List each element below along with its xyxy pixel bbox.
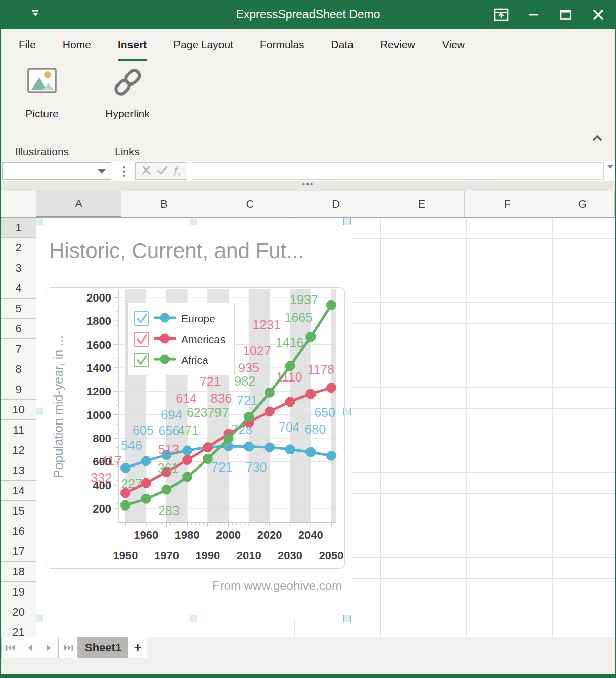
data-point [265, 407, 274, 416]
data-label: 227 [121, 477, 142, 491]
row-header-10[interactable]: 10 [1, 400, 36, 420]
x-tick-label: 2050 [319, 549, 344, 562]
row-header-14[interactable]: 14 [1, 481, 36, 501]
formula-bar-grip-icon[interactable] [121, 165, 126, 178]
collapse-ribbon-button[interactable] [592, 135, 603, 144]
insert-function-icon[interactable]: fx [174, 163, 180, 178]
data-label: 721 [237, 393, 258, 407]
ribbon-display-options-icon[interactable] [494, 7, 509, 22]
selection-handle[interactable] [343, 408, 351, 415]
row-header-11[interactable]: 11 [1, 420, 36, 440]
column-header-b[interactable]: B [121, 191, 207, 217]
window-bottom-border [1, 674, 615, 678]
close-button[interactable] [591, 7, 606, 22]
row-header-1[interactable]: 1 [1, 218, 36, 238]
tab-view[interactable]: View [442, 29, 465, 61]
x-tick-label: 1980 [175, 529, 200, 541]
data-label: 680 [304, 422, 326, 436]
hyperlink-button[interactable]: Hyperlink [97, 67, 158, 120]
selection-handle[interactable] [343, 218, 351, 225]
legend-marker-icon [154, 353, 176, 368]
legend-checkbox-americas[interactable] [134, 332, 149, 347]
data-label: 1416 [276, 335, 304, 350]
row-header-4[interactable]: 4 [1, 278, 36, 299]
data-point [142, 479, 151, 488]
selection-handle[interactable] [36, 615, 43, 622]
column-header-g[interactable]: G [550, 191, 615, 217]
name-box-dropdown-icon[interactable] [98, 169, 106, 174]
column-header-a[interactable]: A [36, 191, 121, 217]
row-header-2[interactable]: 2 [1, 238, 36, 258]
tab-home[interactable]: Home [63, 29, 91, 61]
column-header-e[interactable]: E [379, 191, 465, 217]
cancel-icon[interactable] [142, 165, 151, 177]
name-box[interactable] [2, 162, 111, 180]
formula-bar-expand-icon[interactable] [607, 165, 613, 169]
selection-handle[interactable] [190, 615, 197, 622]
selection-handle[interactable] [36, 408, 43, 415]
data-point [306, 448, 315, 457]
x-tick-label: 2000 [216, 529, 241, 541]
row-header-12[interactable]: 12 [1, 440, 36, 460]
tab-formulas[interactable]: Formulas [260, 29, 304, 61]
selection-handle[interactable] [343, 615, 351, 622]
select-all-corner[interactable] [1, 191, 36, 217]
legend-item-africa[interactable]: Africa [128, 350, 234, 370]
data-point [327, 383, 336, 393]
row-header-20[interactable]: 20 [1, 602, 36, 622]
formula-input[interactable] [192, 162, 604, 180]
tab-data[interactable]: Data [331, 29, 354, 61]
legend-checkbox-europe[interactable] [134, 311, 149, 326]
data-point [142, 494, 151, 504]
tab-page-layout[interactable]: Page Layout [173, 29, 233, 61]
data-label: 721 [200, 374, 221, 389]
x-tick-label: 2010 [237, 549, 261, 562]
first-sheet-button[interactable] [1, 637, 20, 658]
row-header-8[interactable]: 8 [1, 359, 36, 379]
selection-handle[interactable] [36, 218, 43, 225]
maximize-button[interactable] [558, 7, 574, 22]
data-label: 694 [161, 408, 182, 422]
group-label-links: Links [83, 146, 171, 158]
last-sheet-button[interactable] [59, 637, 78, 658]
row-header-13[interactable]: 13 [1, 460, 36, 481]
enter-icon[interactable] [157, 165, 168, 177]
group-label-illustrations: Illustrations [1, 146, 83, 158]
tab-review[interactable]: Review [380, 29, 415, 61]
next-sheet-button[interactable] [39, 637, 59, 658]
column-header-f[interactable]: F [465, 191, 550, 217]
row-header-7[interactable]: 7 [1, 339, 36, 359]
row-header-9[interactable]: 9 [1, 379, 36, 400]
tab-insert[interactable]: Insert [118, 29, 147, 61]
row-header-18[interactable]: 18 [1, 562, 36, 582]
x-tick-label: 2040 [298, 529, 323, 541]
add-sheet-button[interactable]: + [128, 637, 147, 658]
column-header-c[interactable]: C [207, 191, 293, 217]
picture-button[interactable]: Picture [12, 67, 72, 120]
row-header-3[interactable]: 3 [1, 258, 36, 278]
data-label: 656 [159, 423, 180, 438]
y-tick-label: 2000 [86, 291, 111, 304]
minimize-button[interactable] [526, 7, 541, 22]
title-bar: ExpressSpreadSheet Demo [1, 0, 615, 29]
data-label: 361 [158, 461, 179, 475]
legend-item-europe[interactable]: Europe [128, 308, 234, 329]
row-header-19[interactable]: 19 [1, 582, 36, 602]
row-header-16[interactable]: 16 [1, 521, 36, 541]
row-header-21[interactable]: 21 [1, 622, 36, 637]
row-header-17[interactable]: 17 [1, 541, 36, 562]
row-header-6[interactable]: 6 [1, 319, 36, 339]
embedded-chart[interactable]: Historic, Current, and Fut... 2004006008… [36, 219, 351, 619]
formula-bar-resize-grip[interactable]: ••• [1, 181, 615, 191]
prev-sheet-button[interactable] [20, 637, 39, 658]
row-header-5[interactable]: 5 [1, 299, 36, 319]
selection-handle[interactable] [190, 218, 197, 225]
y-tick-label: 1600 [86, 338, 111, 351]
data-label: 623 [187, 405, 208, 419]
column-header-d[interactable]: D [293, 191, 379, 217]
tab-file[interactable]: File [19, 29, 36, 61]
legend-checkbox-africa[interactable] [134, 353, 149, 367]
legend-item-americas[interactable]: Americas [128, 329, 234, 350]
sheet-tab-sheet1[interactable]: Sheet1 [78, 637, 128, 658]
row-header-15[interactable]: 15 [1, 501, 36, 521]
